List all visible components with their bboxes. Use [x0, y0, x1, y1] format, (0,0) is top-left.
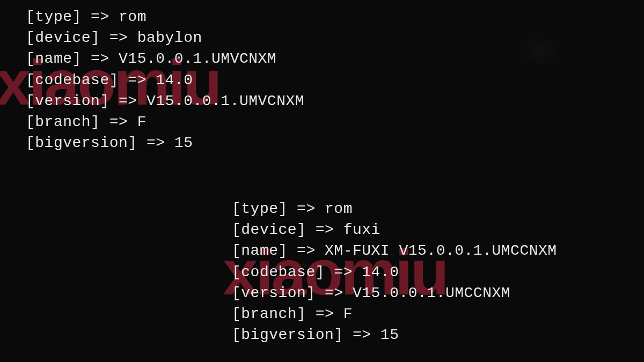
line-bigversion: [bigversion] => 15 — [26, 132, 304, 153]
line-branch: [branch] => F — [232, 304, 557, 324]
output-block-babylon: [type] => rom [device] => babylon [name]… — [26, 6, 304, 153]
line-type: [type] => rom — [26, 6, 304, 27]
line-name: [name] => V15.0.0.1.UMVCNXM — [26, 48, 304, 69]
line-device: [device] => fuxi — [232, 219, 557, 240]
line-name: [name] => XM-FUXI V15.0.0.1.UMCCNXM — [232, 240, 557, 261]
line-device: [device] => babylon — [26, 27, 304, 48]
terminal-output: xiaomiu [type] => rom [device] => babylo… — [0, 0, 644, 362]
line-branch: [branch] => F — [26, 112, 304, 132]
line-version: [version] => V15.0.0.1.UMVCNXM — [26, 91, 304, 112]
line-codebase: [codebase] => 14.0 — [232, 262, 557, 283]
line-bigversion: [bigversion] => 15 — [232, 324, 557, 345]
output-block-fuxi: [type] => rom [device] => fuxi [name] =>… — [232, 198, 557, 345]
smudge-artifact — [515, 32, 564, 70]
line-codebase: [codebase] => 14.0 — [26, 70, 304, 91]
line-version: [version] => V15.0.0.1.UMCCNXM — [232, 283, 557, 304]
line-type: [type] => rom — [232, 198, 557, 219]
